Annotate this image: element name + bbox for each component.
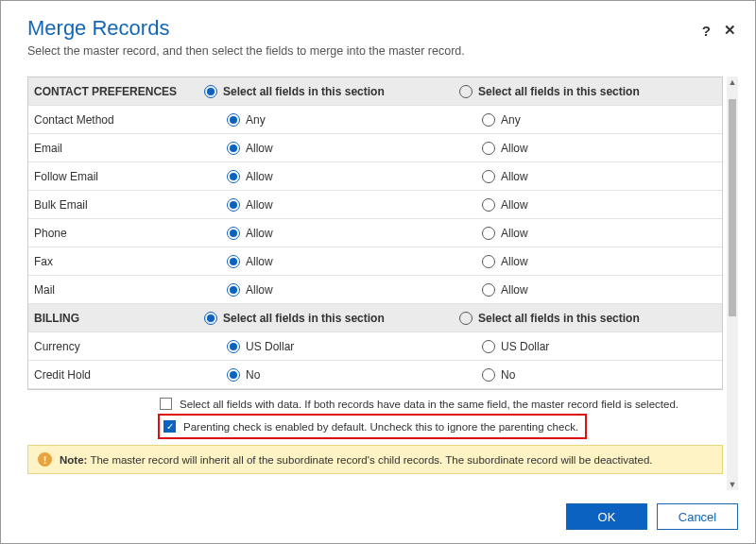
- radio-icon: [227, 283, 240, 297]
- radio-icon: [227, 113, 240, 127]
- field-option-right[interactable]: Allow: [454, 167, 709, 185]
- radio-icon: [482, 368, 495, 382]
- field-option-left[interactable]: Allow: [198, 252, 454, 270]
- radio-icon: [227, 170, 240, 183]
- field-row: Bulk EmailAllowAllow: [28, 191, 722, 219]
- radio-icon: [482, 255, 495, 268]
- dialog-header: Merge Records Select the master record, …: [1, 1, 755, 65]
- close-button[interactable]: ✕: [724, 22, 736, 39]
- scroll-up-arrow[interactable]: ▲: [727, 76, 738, 88]
- help-button[interactable]: ?: [702, 23, 711, 39]
- field-option-left[interactable]: US Dollar: [198, 337, 454, 355]
- field-row: FaxAllowAllow: [28, 247, 722, 276]
- radio-icon: [227, 198, 240, 212]
- dialog-subtitle: Select the master record, and then selec…: [27, 44, 729, 58]
- note-bar: ! Note: The master record will inherit a…: [27, 445, 723, 474]
- field-label: Bulk Email: [28, 195, 198, 215]
- parenting-check-label: Parenting check is enabled by default. U…: [183, 421, 578, 433]
- radio-icon: [227, 142, 240, 155]
- radio-icon: [459, 312, 472, 325]
- dialog-title: Merge Records: [27, 16, 729, 41]
- radio-icon: [204, 85, 217, 98]
- field-option-right[interactable]: US Dollar: [454, 337, 709, 355]
- radio-icon: [482, 113, 495, 127]
- merge-table: CONTACT PREFERENCESSelect all fields in …: [27, 76, 723, 390]
- radio-icon: [482, 340, 495, 353]
- select-all-right[interactable]: Select all fields in this section: [454, 82, 709, 100]
- field-label: Contact Method: [28, 110, 198, 130]
- section-header: BILLINGSelect all fields in this section…: [28, 304, 722, 332]
- field-option-left[interactable]: Any: [198, 110, 454, 128]
- field-row: Follow EmailAllowAllow: [28, 162, 722, 191]
- select-all-right[interactable]: Select all fields in this section: [454, 309, 709, 327]
- parenting-check-highlight: ✓ Parenting check is enabled by default.…: [158, 414, 587, 439]
- note-text: Note: The master record will inherit all…: [60, 454, 653, 466]
- field-label: Phone: [28, 223, 198, 244]
- radio-icon: [227, 340, 240, 353]
- field-row: CurrencyUS DollarUS Dollar: [28, 332, 722, 361]
- warning-icon: !: [38, 452, 52, 467]
- radio-icon: [227, 368, 240, 382]
- radio-icon: [482, 227, 495, 240]
- vertical-scrollbar[interactable]: ▲ ▼: [727, 76, 738, 490]
- field-option-left[interactable]: Allow: [198, 139, 454, 157]
- field-row: Credit HoldNoNo: [28, 361, 722, 389]
- radio-icon: [482, 170, 495, 183]
- section-header: CONTACT PREFERENCESSelect all fields in …: [28, 77, 722, 106]
- radio-icon: [204, 312, 217, 325]
- field-option-right[interactable]: Allow: [454, 252, 709, 270]
- field-label: Mail: [28, 280, 198, 300]
- field-option-left[interactable]: Allow: [198, 280, 454, 298]
- scroll-down-arrow[interactable]: ▼: [727, 479, 738, 490]
- field-row: PhoneAllowAllow: [28, 219, 722, 247]
- field-row: Contact MethodAnyAny: [28, 106, 722, 134]
- ok-button[interactable]: OK: [566, 503, 647, 530]
- select-all-fields-label: Select all fields with data. If both rec…: [180, 399, 679, 410]
- field-label: Email: [28, 138, 198, 159]
- select-all-left[interactable]: Select all fields in this section: [198, 309, 454, 327]
- cancel-button[interactable]: Cancel: [657, 503, 738, 530]
- field-option-right[interactable]: Allow: [454, 280, 709, 298]
- select-all-fields-row: Select all fields with data. If both rec…: [27, 394, 738, 414]
- parenting-check-checkbox[interactable]: ✓: [163, 420, 176, 433]
- field-option-right[interactable]: Any: [454, 110, 709, 128]
- scrollbar-thumb[interactable]: [729, 99, 736, 316]
- field-label: Fax: [28, 251, 198, 272]
- content-area: ▲ ▼ CONTACT PREFERENCESSelect all fields…: [27, 76, 738, 490]
- section-name: CONTACT PREFERENCES: [28, 81, 198, 102]
- field-option-left[interactable]: Allow: [198, 224, 454, 242]
- select-all-fields-checkbox[interactable]: [160, 398, 172, 410]
- field-label: Currency: [28, 336, 198, 357]
- select-all-left[interactable]: Select all fields in this section: [198, 82, 454, 100]
- field-option-left[interactable]: No: [198, 366, 454, 383]
- radio-icon: [459, 85, 472, 98]
- field-label: Credit Hold: [28, 365, 198, 385]
- radio-icon: [227, 227, 240, 240]
- section-name: BILLING: [28, 308, 198, 329]
- field-option-right[interactable]: No: [454, 366, 709, 383]
- field-row: MailAllowAllow: [28, 276, 722, 304]
- field-option-right[interactable]: Allow: [454, 196, 709, 213]
- radio-icon: [227, 255, 240, 268]
- field-option-right[interactable]: Allow: [454, 139, 709, 157]
- field-row: EmailAllowAllow: [28, 134, 722, 162]
- field-label: Follow Email: [28, 166, 198, 187]
- field-option-left[interactable]: Allow: [198, 167, 454, 185]
- field-option-left[interactable]: Allow: [198, 196, 454, 213]
- radio-icon: [482, 142, 495, 155]
- radio-icon: [482, 283, 495, 297]
- merge-records-dialog: Merge Records Select the master record, …: [0, 0, 756, 544]
- radio-icon: [482, 198, 495, 212]
- field-option-right[interactable]: Allow: [454, 224, 709, 242]
- dialog-footer: OK Cancel: [1, 490, 755, 543]
